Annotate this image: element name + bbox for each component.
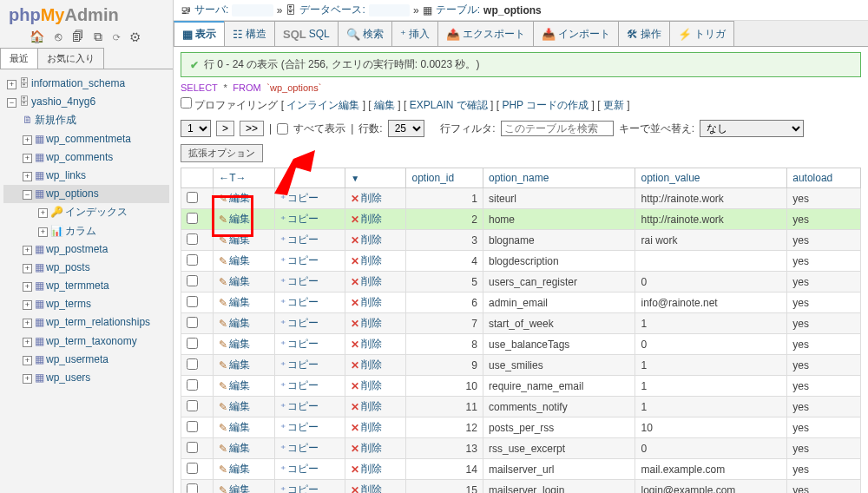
delete-link[interactable]: ✕削除 <box>351 399 382 414</box>
row-checkbox[interactable] <box>187 317 198 328</box>
settings-icon[interactable]: ⚙ <box>130 30 143 43</box>
tree-toggle[interactable]: + <box>23 282 32 292</box>
tab-operations[interactable]: 🛠操作 <box>618 21 670 46</box>
breadcrumb-server[interactable] <box>232 4 273 16</box>
tree-toggle[interactable]: + <box>23 374 32 384</box>
tree-toggle[interactable]: + <box>23 319 32 328</box>
edit-link[interactable]: ✎編集 <box>219 212 250 227</box>
edit-link[interactable]: ✎編集 <box>219 337 250 352</box>
copy-link[interactable]: ⁺コピー <box>280 483 319 493</box>
tree-toggle[interactable]: + <box>7 80 16 89</box>
row-checkbox[interactable] <box>187 463 198 474</box>
edit-link[interactable]: ✎編集 <box>219 358 250 372</box>
edit-link[interactable]: ✎編集 <box>219 462 250 477</box>
edit-link[interactable]: ✎編集 <box>219 233 250 247</box>
show-all-checkbox[interactable] <box>277 123 288 135</box>
page-select[interactable]: 1 <box>181 120 211 137</box>
delete-link[interactable]: ✕削除 <box>351 337 382 352</box>
tree-toggle[interactable]: + <box>23 154 32 163</box>
sql-icon[interactable]: ⧉ <box>94 30 106 43</box>
tree-toggle[interactable]: + <box>23 300 32 310</box>
delete-link[interactable]: ✕削除 <box>351 378 382 393</box>
row-checkbox[interactable] <box>187 442 198 453</box>
breadcrumb-db[interactable] <box>369 4 410 16</box>
row-checkbox[interactable] <box>187 483 198 494</box>
tree-table-link[interactable]: wp_termmeta <box>46 279 109 292</box>
tree-toggle[interactable]: + <box>23 356 32 365</box>
edit-link[interactable]: ✎編集 <box>219 295 250 310</box>
tab-favorites[interactable]: お気に入り <box>37 48 104 69</box>
copy-link[interactable]: ⁺コピー <box>280 462 319 477</box>
col-autoload[interactable]: autoload <box>787 168 861 188</box>
tab-structure[interactable]: ☷構造 <box>224 21 275 46</box>
rows-select[interactable]: 25 <box>388 120 424 137</box>
copy-link[interactable]: ⁺コピー <box>280 233 319 247</box>
tree-table-link[interactable]: wp_users <box>46 371 90 384</box>
docs-icon[interactable]: 🗐 <box>72 30 88 43</box>
delete-link[interactable]: ✕削除 <box>351 191 382 206</box>
tree-toggle[interactable]: − <box>7 98 16 108</box>
tree-table-link[interactable]: wp_posts <box>46 261 90 273</box>
tab-search[interactable]: 🔍検索 <box>338 21 392 46</box>
copy-link[interactable]: ⁺コピー <box>280 295 319 310</box>
edit-link[interactable]: ✎編集 <box>219 483 250 493</box>
tree-toggle[interactable]: + <box>23 264 32 273</box>
copy-link[interactable]: ⁺コピー <box>280 337 319 352</box>
tab-export[interactable]: 📤エクスポート <box>437 21 534 46</box>
db-link[interactable]: yashio_4nyg6 <box>31 95 95 108</box>
action-explain[interactable]: EXPLAIN で確認 <box>410 99 488 111</box>
action-refresh[interactable]: 更新 <box>603 99 624 111</box>
copy-link[interactable]: ⁺コピー <box>280 191 319 206</box>
copy-link[interactable]: ⁺コピー <box>280 316 319 331</box>
tree-table-link[interactable]: wp_terms <box>46 298 91 310</box>
edit-link[interactable]: ✎編集 <box>219 191 250 206</box>
delete-link[interactable]: ✕削除 <box>351 295 382 310</box>
logout-icon[interactable]: ⎋ <box>55 30 65 43</box>
tree-table-link[interactable]: wp_postmeta <box>46 243 108 255</box>
expand-options-button[interactable]: 拡張オプション <box>181 144 263 162</box>
delete-link[interactable]: ✕削除 <box>351 358 382 372</box>
edit-link[interactable]: ✎編集 <box>219 420 250 435</box>
delete-link[interactable]: ✕削除 <box>351 233 382 247</box>
tree-toggle[interactable]: + <box>38 227 48 237</box>
row-checkbox[interactable] <box>187 338 198 349</box>
profiling-checkbox[interactable] <box>181 97 192 108</box>
tab-recent[interactable]: 最近 <box>0 48 38 69</box>
action-inline-edit[interactable]: インライン編集 <box>286 99 359 111</box>
next-page-button[interactable]: > <box>216 121 234 136</box>
edit-link[interactable]: ✎編集 <box>219 441 250 456</box>
copy-link[interactable]: ⁺コピー <box>280 358 319 372</box>
delete-link[interactable]: ✕削除 <box>351 420 382 435</box>
tree-toggle[interactable]: + <box>23 246 32 255</box>
last-page-button[interactable]: >> <box>240 121 264 136</box>
edit-link[interactable]: ✎編集 <box>219 253 250 268</box>
edit-link[interactable]: ✎編集 <box>219 378 250 393</box>
delete-link[interactable]: ✕削除 <box>351 253 382 268</box>
copy-link[interactable]: ⁺コピー <box>280 420 319 435</box>
row-checkbox[interactable] <box>187 213 198 224</box>
copy-link[interactable]: ⁺コピー <box>280 253 319 268</box>
row-checkbox[interactable] <box>187 254 198 266</box>
filter-input[interactable] <box>501 121 614 136</box>
sort-header[interactable]: ←T→ <box>214 168 274 188</box>
db-link[interactable]: information_schema <box>31 77 125 89</box>
tab-sql[interactable]: SQLSQL <box>274 21 339 46</box>
tree-toggle[interactable]: + <box>38 208 48 218</box>
tree-columns[interactable]: カラム <box>65 225 96 237</box>
edit-link[interactable]: ✎編集 <box>219 274 250 289</box>
tree-table-link[interactable]: wp_term_relationships <box>46 316 150 328</box>
tree-table-link[interactable]: wp_options <box>46 187 99 200</box>
tree-table-link[interactable]: wp_links <box>46 169 86 181</box>
copy-link[interactable]: ⁺コピー <box>280 399 319 414</box>
copy-link[interactable]: ⁺コピー <box>280 212 319 227</box>
delete-link[interactable]: ✕削除 <box>351 274 382 289</box>
tree-table-link[interactable]: wp_term_taxonomy <box>46 335 137 347</box>
tab-browse[interactable]: ▦表示 <box>174 21 225 46</box>
delete-link[interactable]: ✕削除 <box>351 316 382 331</box>
tab-triggers[interactable]: ⚡トリガ <box>669 21 734 46</box>
tab-insert[interactable]: ⁺挿入 <box>391 21 438 46</box>
col-option-name[interactable]: option_name <box>483 168 635 188</box>
dropdown-icon[interactable]: ▼ <box>351 174 359 183</box>
tree-toggle[interactable]: + <box>23 135 32 145</box>
row-checkbox[interactable] <box>187 275 198 286</box>
